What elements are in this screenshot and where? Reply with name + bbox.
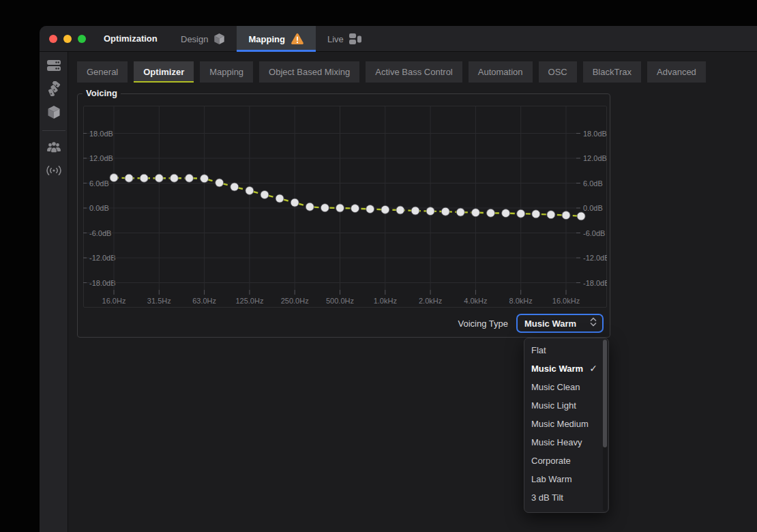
nav-tab-design[interactable]: Design [169, 26, 237, 52]
window-title: Optimization [104, 33, 158, 44]
minimize-button[interactable] [63, 35, 72, 43]
tab-advanced[interactable]: Advanced [647, 61, 706, 83]
voicing-curve-point [276, 194, 284, 203]
voicing-curve-point [201, 175, 209, 183]
voicing-curve-line [114, 178, 581, 216]
x-axis-label: 1.0kHz [374, 297, 397, 305]
menu-item-flat[interactable]: Flat [524, 341, 608, 359]
window-controls [40, 35, 86, 43]
y-axis-label-left: 18.0dB [89, 130, 113, 138]
voicing-curve-point [366, 205, 374, 213]
menu-item-label: Music Clean [531, 382, 580, 392]
x-axis-label: 16.0kHz [552, 297, 580, 305]
nav-tab-label: Design [181, 34, 208, 44]
menu-item-music-light[interactable]: Music Light [524, 396, 608, 415]
cube-icon [213, 33, 225, 45]
voicing-curve-point [381, 205, 389, 213]
y-axis-label-left: 0.0dB [89, 204, 109, 212]
voicing-curve-point [441, 207, 449, 216]
voicing-curve-point [577, 212, 585, 220]
y-axis-label-left: 12.0dB [89, 154, 113, 162]
tab-object-based-mixing[interactable]: Object Based Mixing [259, 61, 359, 83]
menu-item-corporate[interactable]: Corporate [524, 452, 608, 470]
group-icon[interactable] [42, 137, 65, 158]
menu-item-label: Music Medium [531, 419, 589, 429]
x-axis-label: 2.0kHz [419, 297, 442, 305]
tab-automation[interactable]: Automation [469, 61, 533, 83]
content-panel: GeneralOptimizerMappingObject Based Mixi… [68, 52, 757, 532]
y-axis-label-left: -18.0dB [89, 279, 116, 287]
nav-tab-live[interactable]: Live [316, 26, 374, 52]
app-window: Optimization Design Mapping Live [40, 26, 757, 532]
broadcast-signal-icon[interactable] [42, 160, 65, 181]
tab-blacktrax[interactable]: BlackTrax [583, 61, 641, 83]
x-axis-label: 4.0kHz [464, 297, 487, 305]
sidebar-divider [42, 130, 65, 131]
x-axis-label: 31.5Hz [147, 297, 171, 305]
voicing-curve-point [321, 204, 329, 212]
y-axis-label-left: -6.0dB [89, 229, 111, 237]
tab-mapping[interactable]: Mapping [200, 61, 253, 83]
x-axis-label: 125.0Hz [235, 297, 263, 305]
nav-tab-label: Live [327, 34, 344, 44]
tab-optimizer[interactable]: Optimizer [134, 61, 194, 83]
warning-icon [291, 33, 304, 45]
cube-icon[interactable] [42, 102, 65, 122]
voicing-curve-point [231, 183, 239, 191]
voicing-curve-point [306, 203, 314, 211]
menu-item-label: Music Light [531, 400, 576, 411]
y-axis-label-right: 12.0dB [583, 154, 607, 162]
voicing-curve-point [351, 205, 359, 213]
x-axis-label: 16.0Hz [102, 297, 126, 305]
menu-item-label: Corporate [531, 456, 571, 466]
y-axis-label-right: -6.0dB [583, 229, 605, 237]
voicing-chart-canvas: 18.0dB18.0dB12.0dB12.0dB6.0dB6.0dB0.0dB0… [83, 106, 607, 308]
x-axis-label: 8.0kHz [509, 297, 533, 305]
nav-tab-mapping[interactable]: Mapping [237, 26, 315, 52]
main-area: GeneralOptimizerMappingObject Based Mixi… [40, 52, 757, 532]
voicing-curve-point [562, 211, 570, 220]
title-bar: Optimization Design Mapping Live [40, 26, 757, 52]
menu-item-music-heavy[interactable]: Music Heavy [524, 433, 608, 452]
y-axis-label-right: -12.0dB [583, 254, 607, 262]
menu-item-lab-warm[interactable]: Lab Warm [524, 470, 608, 488]
line-array-icon[interactable] [42, 78, 65, 99]
menu-item-label: Music Warm [531, 364, 583, 374]
voicing-curve-point [547, 211, 555, 219]
tab-general[interactable]: General [77, 61, 128, 83]
tab-osc[interactable]: OSC [539, 61, 577, 83]
zoom-button[interactable] [78, 35, 86, 43]
voicing-curve-point [336, 204, 344, 212]
voicing-type-menu: FlatMusic Warm✓Music CleanMusic LightMus… [524, 338, 609, 513]
y-axis-label-left: 6.0dB [89, 179, 109, 188]
menu-item-music-medium[interactable]: Music Medium [524, 415, 608, 433]
workflow-nav: Design Mapping Live [169, 26, 374, 52]
voicing-curve-point [140, 174, 148, 182]
voicing-curve-point [261, 191, 269, 199]
close-button[interactable] [49, 35, 57, 43]
tab-active-bass-control[interactable]: Active Bass Control [366, 61, 462, 83]
x-axis-label: 500.0Hz [326, 297, 354, 305]
y-axis-label-right: 18.0dB [583, 130, 607, 138]
amplifier-rack-icon[interactable] [42, 55, 65, 76]
menu-item-label: Lab Warm [531, 474, 572, 484]
voicing-type-select[interactable]: Music Warm [516, 314, 604, 333]
left-sidebar [40, 52, 68, 532]
menu-item-label: Music Heavy [531, 437, 582, 447]
voicing-curve-point [411, 207, 419, 215]
section-tab-bar: GeneralOptimizerMappingObject Based Mixi… [77, 61, 706, 83]
voicing-curve-point [291, 198, 299, 207]
menu-item-3-db-tilt[interactable]: 3 dB Tilt [524, 488, 608, 507]
menu-item-music-warm[interactable]: Music Warm✓ [524, 359, 608, 378]
voicing-type-row: Voicing Type Music Warm [458, 314, 604, 333]
y-axis-label-left: -12.0dB [89, 254, 116, 262]
voicing-curve-point [426, 207, 434, 216]
voicing-chart: 18.0dB18.0dB12.0dB12.0dB6.0dB6.0dB0.0dB0… [83, 106, 607, 308]
voicing-curve-point [471, 209, 479, 217]
voicing-curve-point [216, 179, 224, 187]
menu-item-music-clean[interactable]: Music Clean [524, 378, 608, 396]
voicing-curve-point [185, 174, 194, 182]
menu-scrollbar-thumb[interactable] [603, 340, 607, 447]
voicing-type-value: Music Warm [524, 319, 590, 329]
voicing-curve-point [396, 206, 404, 214]
